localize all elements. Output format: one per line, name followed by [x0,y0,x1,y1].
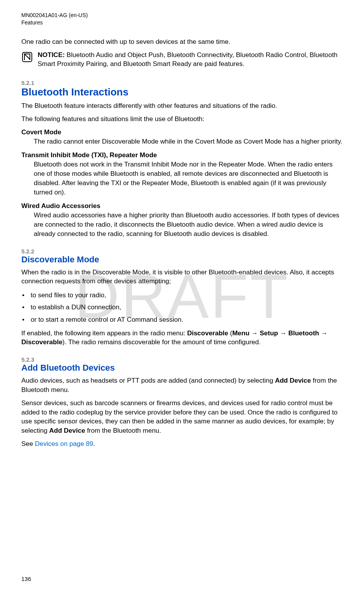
intro-paragraph: One radio can be connected with up to se… [21,37,343,47]
notice-text: NOTICE: Bluetooth Audio and Object Push,… [38,50,343,69]
text-run: → [319,329,328,337]
text-run: ). The radio remains discoverable for th… [62,338,261,346]
paragraph: If enabled, the following item appears i… [21,329,343,347]
text-run: → [250,329,260,337]
section-add-bluetooth-devices: 5.2.3 Add Bluetooth Devices Audio device… [21,356,343,449]
text-bold: Add Device [49,427,85,434]
text-run: ( [228,329,232,337]
definition-description: Wired audio accessories have a higher pr… [34,211,343,238]
definition-term: Transmit Inhibit Mode (TXI), Repeater Mo… [21,151,343,160]
notice-body: Bluetooth Audio and Object Push, Bluetoo… [38,51,338,68]
section-number: 5.2.3 [21,356,343,363]
section-title: Bluetooth Interactions [21,86,343,98]
page-header: MN002041A01-AG (en-US) Features [21,12,343,26]
section-number: 5.2.2 [21,248,343,255]
paragraph: Sensor devices, such as barcode scanners… [21,399,343,435]
paragraph: See Devices on page 89. [21,439,343,449]
list-item: to send files to your radio, [21,290,343,300]
bullet-list: to send files to your radio, to establis… [21,290,343,325]
section-bluetooth-interactions: 5.2.1 Bluetooth Interactions The Bluetoo… [21,80,343,238]
paragraph: The following features and situations li… [21,114,343,124]
chapter-name: Features [21,19,343,26]
text-bold: Discoverable [21,338,62,346]
text-bold: Menu [232,329,249,337]
text-run: . [93,440,95,447]
page-content: MN002041A01-AG (en-US) Features One radi… [0,0,364,449]
text-bold: Discoverable [187,329,228,337]
definition-description: Bluetooth does not work in the Transmit … [34,160,343,197]
list-item: to establish a DUN connection, [21,302,343,312]
notice-label: NOTICE: [38,51,65,59]
section-title: Add Bluetooth Devices [21,363,343,373]
text-run: See [21,440,35,447]
page-number: 136 [21,576,31,582]
text-bold: Setup [260,329,278,337]
paragraph: Audio devices, such as headsets or PTT p… [21,376,343,395]
definition-description: The radio cannot enter Discoverable Mode… [34,137,343,146]
list-item: or to start a remote control or AT Comma… [21,314,343,325]
section-title: Discoverable Mode [21,255,343,265]
text-run: If enabled, the following item appears i… [21,329,187,337]
text-bold: Bluetooth [288,329,319,337]
notice-block: NOTICE: Bluetooth Audio and Object Push,… [21,50,343,69]
definition-term: Covert Mode [21,128,343,137]
section-number: 5.2.1 [21,80,343,86]
section-discoverable-mode: 5.2.2 Discoverable Mode When the radio i… [21,248,343,347]
text-run: Audio devices, such as headsets or PTT p… [21,377,275,384]
paragraph: The Bluetooth feature interacts differen… [21,101,343,111]
text-run: from the Bluetooth menu. [85,427,161,434]
paragraph: When the radio is in the Discoverable Mo… [21,268,343,286]
text-run: → [278,329,288,337]
text-bold: Add Device [275,377,311,384]
link-devices[interactable]: Devices on page 89 [35,440,93,447]
notice-icon [21,51,33,63]
definition-term: Wired Audio Accessories [21,201,343,211]
doc-id: MN002041A01-AG (en-US) [21,12,343,19]
